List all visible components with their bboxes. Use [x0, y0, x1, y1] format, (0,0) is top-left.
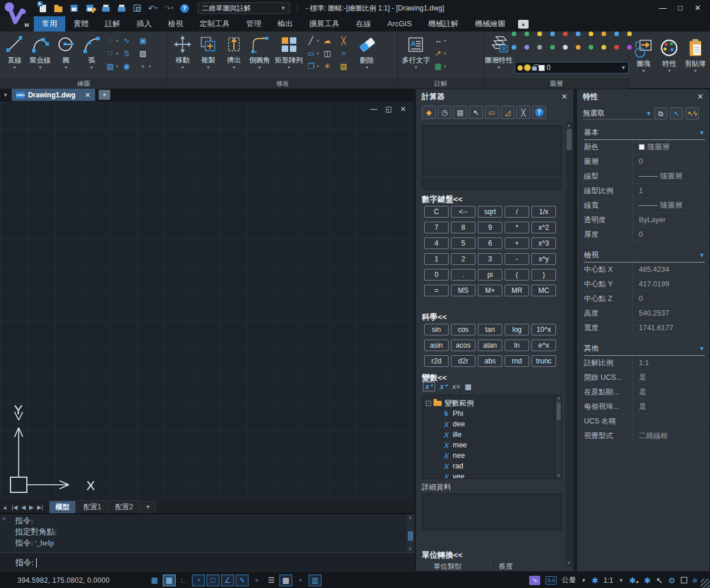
button-arc[interactable]: 弧▼	[79, 33, 104, 70]
toggle-pickadd-icon[interactable]: ↖ϟ	[685, 107, 699, 120]
scroll-down-icon[interactable]: ∨	[567, 560, 571, 565]
scroll-thumb[interactable]	[566, 129, 572, 150]
ribbon-tab-插入[interactable]: 插入	[128, 16, 160, 32]
calc-key-x^2[interactable]: x^2	[531, 222, 556, 233]
ribbon-tab-輸出[interactable]: 輸出	[270, 16, 301, 32]
calculator-mini-icon[interactable]: ▦	[465, 383, 471, 391]
property-row[interactable]: 透明度ByLayer	[584, 213, 705, 228]
ribbon-tab-註解[interactable]: 註解	[97, 16, 128, 32]
button-palette[interactable]: 特性▼	[657, 37, 681, 74]
object-snap-icon[interactable]: □	[207, 575, 219, 586]
snap-mode-icon[interactable]: ▦	[163, 575, 176, 586]
scroll-down-icon[interactable]: ∨	[557, 473, 560, 478]
units-label[interactable]: 公釐	[562, 575, 576, 585]
calc-key-abs[interactable]: abs	[478, 355, 502, 367]
button-line[interactable]: 直線▼	[2, 33, 27, 70]
object-snap-tracking-icon[interactable]: ϟ	[236, 575, 249, 586]
button-stretch[interactable]: 擠出▼	[222, 33, 246, 70]
calc-key-d2r[interactable]: d2r	[451, 355, 475, 367]
button-fillet[interactable]: 倒圓角▼	[247, 33, 272, 70]
property-value[interactable]: 485.4234	[633, 265, 669, 274]
property-value[interactable]: 隨圖層	[633, 201, 683, 211]
redo-icon[interactable]: ↷▾	[163, 3, 174, 13]
scroll-up-icon[interactable]: ∧	[567, 123, 571, 128]
calc-key-r2d[interactable]: r2d	[424, 355, 449, 367]
calc-key-*[interactable]: *	[505, 222, 529, 233]
property-value[interactable]: 1:1	[633, 359, 649, 367]
scroll-thumb[interactable]	[408, 531, 413, 541]
selection-dropdown[interactable]: 無選取 ▼	[583, 107, 652, 120]
property-value[interactable]: 1	[633, 187, 643, 195]
calc-key-e^x[interactable]: e^x	[531, 340, 556, 351]
property-value[interactable]: 二維線框	[633, 431, 668, 441]
angle-snap-icon[interactable]: ∠	[221, 575, 234, 586]
minimize-button[interactable]: —	[654, 0, 671, 16]
button-polyline[interactable]: 聚合線▼	[28, 33, 53, 70]
ribbon-tab-檢視[interactable]: 檢視	[160, 16, 191, 32]
settings-gear-icon[interactable]: ⚙	[668, 576, 676, 585]
calc-key-<--[interactable]: <--	[451, 206, 475, 218]
ribbon-collapse-icon[interactable]: ▲	[518, 20, 529, 29]
calc-key-asin[interactable]: asin	[424, 340, 449, 351]
clear-icon[interactable]: ╳	[516, 106, 530, 119]
edit-spline-icon[interactable]: ≈	[338, 47, 354, 60]
layout-tab-模型[interactable]: 模型	[49, 501, 76, 514]
calc-key-ln[interactable]: ln	[505, 340, 529, 351]
calculator-input-box[interactable]	[422, 178, 562, 190]
variable-row[interactable]: Xnee	[422, 450, 561, 461]
property-row[interactable]: 寬度1741.6177	[584, 321, 705, 335]
property-row[interactable]: 線型隨圖層	[584, 169, 705, 184]
property-value[interactable]: 是	[633, 402, 646, 412]
variables-scrollbar[interactable]: ∧ ∨	[555, 396, 561, 478]
button-clipboard[interactable]: 剪貼簿▼	[683, 37, 708, 74]
polar-tracking-icon[interactable]: ◔	[192, 575, 205, 586]
property-row[interactable]: 中心點 X485.4234	[584, 262, 705, 277]
calc-key-acos[interactable]: acos	[451, 340, 475, 351]
viewport-restore-icon[interactable]: ◱	[386, 105, 392, 113]
calc-key-6[interactable]: 6	[478, 237, 502, 249]
ribbon-tab-常用[interactable]: 常用	[34, 16, 65, 32]
trim-icon[interactable]: ╱▾	[306, 34, 321, 47]
layout-tab-配置1[interactable]: 配置1	[77, 501, 108, 514]
variable-row[interactable]: Xdee	[422, 419, 561, 429]
calc-key-1[interactable]: 1	[424, 253, 449, 265]
region-icon[interactable]: ▨	[138, 47, 153, 60]
eraser-icon[interactable]: ◆	[422, 106, 436, 119]
ribbon-tab-實體[interactable]: 實體	[65, 16, 97, 32]
help-icon[interactable]: ?	[179, 3, 190, 13]
scroll-up-icon[interactable]: ∧	[557, 396, 560, 401]
quick-select-icon[interactable]: ⧉	[654, 107, 667, 120]
scroll-thumb[interactable]	[557, 402, 561, 420]
leader-icon[interactable]: ↗▾	[433, 47, 448, 60]
app-logo[interactable]: M	[0, 0, 34, 31]
close-button[interactable]: ✕	[689, 0, 706, 16]
donut-icon[interactable]: ◉	[121, 60, 137, 72]
numpad-section-label[interactable]: 數字鍵盤<<	[422, 194, 463, 205]
grid-display-icon[interactable]: ▦	[148, 575, 161, 586]
property-value[interactable]: 是	[633, 387, 646, 397]
calc-key-1/x[interactable]: 1/x	[531, 206, 556, 218]
property-value[interactable]: ByLayer	[633, 216, 666, 224]
annotation-visibility-icon[interactable]: ✱●	[629, 576, 639, 585]
property-row[interactable]: 圖層0	[584, 155, 705, 169]
calc-key-3[interactable]: 3	[478, 253, 502, 265]
scale-icon[interactable]: ▭▾	[306, 47, 321, 60]
ribbon-tab-ArcGIS[interactable]: ArcGIS	[379, 16, 420, 32]
variable-row[interactable]: Xvee	[422, 471, 561, 479]
property-value[interactable]: 540.2537	[633, 309, 669, 317]
calc-key-2[interactable]: 2	[451, 253, 475, 265]
calc-key-([interactable]: (	[505, 269, 529, 281]
customize-menu-icon[interactable]: ≡	[692, 576, 697, 585]
property-value[interactable]: 1741.6177	[633, 324, 673, 332]
property-value[interactable]: 0	[633, 158, 643, 166]
calc-key-x^y[interactable]: x^y	[531, 253, 556, 265]
calc-key-)[interactable]: )	[531, 269, 556, 281]
selection-cycling-icon[interactable]: ↖	[656, 576, 663, 585]
calc-key-10^x[interactable]: 10^x	[531, 324, 556, 335]
transparency-icon[interactable]: ▩	[279, 575, 292, 586]
property-row[interactable]: 每個視埠...是	[584, 400, 705, 414]
break-icon[interactable]: ╳	[338, 34, 354, 47]
units-section-label[interactable]: 單位轉換<<	[422, 550, 463, 561]
variables-tree[interactable]: −變數範例kPhiXdeeXilleXmeeXneeXradXvee ∧ ∨	[422, 395, 562, 479]
property-row[interactable]: 高度540.2537	[584, 306, 705, 321]
